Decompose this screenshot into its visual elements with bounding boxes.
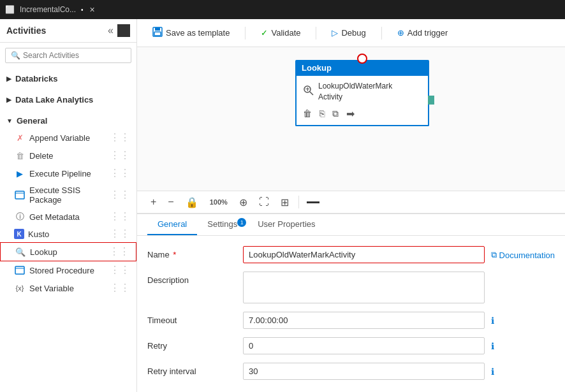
execute-pipeline-label: Execute Pipeline (29, 169, 91, 178)
sidebar-item-get-metadata[interactable]: ⓘ Get Metadata ⋮⋮ (0, 208, 136, 226)
canvas-separator (298, 196, 299, 208)
documentation-button[interactable]: ⧉ Documentation (491, 246, 555, 260)
props-tabs: General Settings 1 User Properties (137, 214, 565, 236)
drag-handle: ⋮⋮ (110, 190, 130, 200)
drag-handle: ⋮⋮ (110, 150, 130, 161)
timeout-input[interactable] (243, 312, 485, 329)
lookup-icon: 🔍 (15, 246, 26, 258)
node-connector-right (428, 96, 434, 105)
canvas-fit-tool[interactable]: 100% (207, 196, 231, 208)
sidebar-item-execute-pipeline[interactable]: ▶ Execute Pipeline ⋮⋮ (0, 164, 136, 182)
title-bar: ⬜ IncrementalCo... • × (0, 0, 565, 19)
canvas-remove-tool[interactable]: − (165, 194, 177, 210)
node-duplicate-icon[interactable]: ⧉ (332, 108, 339, 119)
documentation-label: Documentation (499, 250, 555, 260)
node-top-connector (357, 54, 367, 64)
canvas-toolbar: + − 🔒 100% ⊕ ⛶ ⊞ (137, 191, 565, 214)
canvas-frame-tool[interactable]: ⛶ (256, 194, 272, 210)
canvas-zoom-tool[interactable]: ⊕ (236, 194, 251, 210)
canvas-add-tool[interactable]: + (147, 194, 159, 210)
get-metadata-icon: ⓘ (14, 211, 26, 222)
retry-input[interactable] (243, 337, 485, 354)
tab-user-properties[interactable]: User Properties (247, 214, 325, 235)
delete-label: Delete (29, 151, 54, 161)
set-variable-icon: {x} (14, 282, 26, 294)
save-as-template-button[interactable]: Save as template (147, 24, 235, 41)
close-tab-button[interactable]: × (90, 4, 95, 15)
canvas-lock-tool[interactable]: 🔒 (182, 194, 202, 210)
drag-handle: ⋮⋮ (110, 283, 130, 293)
chevron-right-icon: ▶ (6, 75, 11, 82)
save-as-template-icon (152, 27, 163, 39)
sidebar-square-button[interactable] (117, 24, 130, 37)
collapse-sidebar-button[interactable]: « (108, 25, 114, 36)
sidebar-item-stored-procedure[interactable]: Stored Procedure ⋮⋮ (0, 261, 136, 279)
drag-handle: ⋮⋮ (110, 265, 130, 275)
validate-button[interactable]: ✓ Validate (256, 25, 305, 40)
sidebar-item-set-variable[interactable]: {x} Set Variable ⋮⋮ (0, 279, 136, 297)
debug-button[interactable]: ▷ Debug (327, 25, 371, 40)
chevron-down-icon: ▼ (6, 117, 13, 124)
group-data-lake-label: Data Lake Analytics (15, 95, 93, 105)
drag-handle: ⋮⋮ (109, 247, 129, 257)
tab-general[interactable]: General (147, 214, 197, 235)
drag-handle: ⋮⋮ (110, 133, 130, 143)
append-variable-icon: ✗ (14, 132, 26, 143)
sidebar-item-append-variable[interactable]: ✗ Append Variable ⋮⋮ (0, 129, 136, 147)
external-link-icon: ⧉ (491, 250, 497, 260)
retry-interval-label: Retry interval (147, 363, 237, 376)
description-input[interactable] (243, 272, 485, 303)
canvas-grid-tool[interactable]: ⊞ (277, 194, 292, 210)
stored-procedure-label: Stored Procedure (29, 266, 94, 275)
group-general-header[interactable]: ▼ General (0, 113, 136, 129)
search-input[interactable] (23, 51, 126, 60)
canvas-area[interactable]: Lookup LookupOldWaterMarkActivity 🗑 ⎘ ⧉ … (137, 47, 565, 191)
node-copy-icon[interactable]: ⎘ (319, 108, 325, 119)
timeout-label: Timeout (147, 312, 237, 325)
group-databricks: ▶ Databricks (0, 68, 136, 89)
kusto-label: Kusto (28, 229, 49, 239)
node-arrow-icon[interactable]: ➡ (346, 108, 355, 120)
group-databricks-label: Databricks (15, 74, 57, 83)
node-activity-name: LookupOldWaterMarkActivity (318, 81, 392, 103)
validate-label: Validate (271, 28, 300, 38)
tab-user-properties-label: User Properties (258, 219, 315, 229)
group-data-lake: ▶ Data Lake Analytics (0, 89, 136, 110)
sidebar-item-delete[interactable]: 🗑 Delete ⋮⋮ (0, 147, 136, 164)
retry-interval-input[interactable] (243, 363, 485, 380)
search-box[interactable]: 🔍 (5, 48, 131, 63)
retry-info-icon[interactable]: ℹ (491, 337, 555, 351)
tab-title: IncrementalCo... (20, 5, 76, 14)
group-databricks-header[interactable]: ▶ Databricks (0, 71, 136, 87)
execute-ssis-label: Execute SSIS Package (29, 185, 106, 205)
content-area: Save as template ✓ Validate ▷ Debug ⊕ Ad… (137, 19, 565, 392)
node-name-icon (303, 85, 314, 98)
sidebar-header: Activities « (0, 19, 136, 43)
group-data-lake-header[interactable]: ▶ Data Lake Analytics (0, 92, 136, 108)
name-input[interactable] (243, 246, 485, 263)
tab-settings[interactable]: Settings 1 (197, 214, 247, 235)
sidebar-item-lookup[interactable]: 🔍 Lookup ⋮⋮ (0, 242, 136, 261)
timeout-info-icon[interactable]: ℹ (491, 312, 555, 326)
add-trigger-icon: ⊕ (397, 28, 404, 38)
search-icon: 🔍 (11, 51, 20, 60)
get-metadata-label: Get Metadata (29, 212, 80, 222)
node-delete-icon[interactable]: 🗑 (303, 108, 312, 119)
canvas-line-tool (307, 201, 319, 203)
save-as-template-label: Save as template (166, 28, 230, 38)
sidebar-item-kusto[interactable]: K Kusto ⋮⋮ (0, 226, 136, 242)
add-trigger-button[interactable]: ⊕ Add trigger (392, 25, 453, 40)
retry-interval-info-icon[interactable]: ℹ (491, 363, 555, 377)
kusto-icon: K (14, 229, 24, 239)
svg-rect-2 (15, 266, 24, 274)
modified-dot: • (81, 6, 84, 13)
sidebar: Activities « 🔍 ▶ Databricks ▶ Data Lake … (0, 19, 137, 392)
drag-handle: ⋮⋮ (110, 229, 130, 239)
retry-label: Retry (147, 337, 237, 351)
svg-rect-0 (15, 191, 24, 199)
delete-icon: 🗑 (14, 150, 26, 161)
activity-node-lookup[interactable]: Lookup LookupOldWaterMarkActivity 🗑 ⎘ ⧉ … (295, 60, 429, 126)
sidebar-item-execute-ssis[interactable]: Execute SSIS Package ⋮⋮ (0, 182, 136, 208)
description-label: Description (147, 272, 237, 285)
name-label: Name * (147, 246, 237, 259)
